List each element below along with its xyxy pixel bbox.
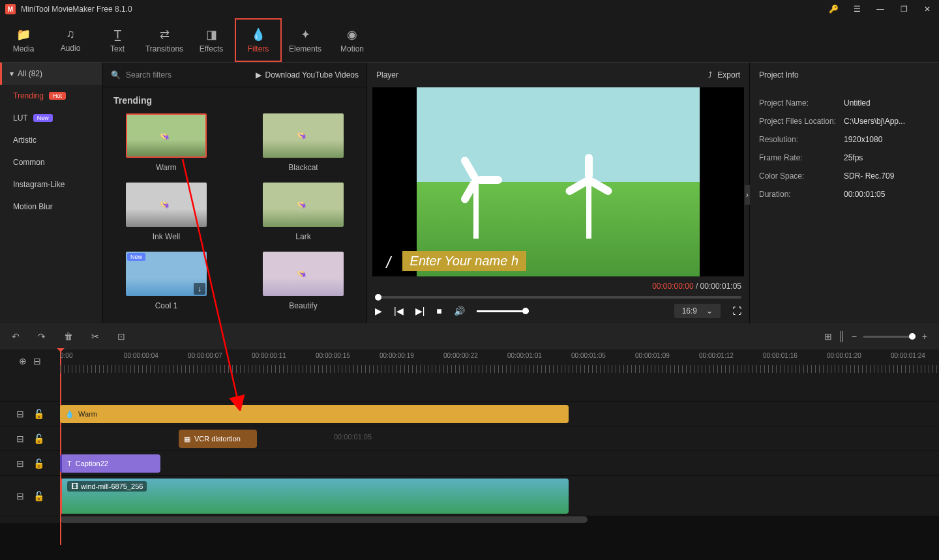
chevron-down-icon: ⌄ <box>706 306 713 316</box>
hot-badge: Hot <box>49 92 66 100</box>
info-value: Untitled <box>844 98 871 108</box>
sidebar-all[interactable]: ▾All (82) <box>0 63 102 85</box>
minimize-button[interactable]: — <box>874 3 887 16</box>
sidebar-item-artistic[interactable]: Artistic <box>0 129 102 151</box>
info-value: 1920x1080 <box>844 135 882 144</box>
titlebar: M MiniTool MovieMaker Free 8.1.0 🔑 ☰ — ❐… <box>0 0 939 18</box>
video-icon: 🎞 <box>71 482 78 490</box>
ruler-tick: 00:00:01:01 <box>507 352 542 359</box>
track-menu-button[interactable]: ⊟ <box>33 356 41 366</box>
tool-elements[interactable]: ✦Elements <box>282 18 329 62</box>
volume-icon[interactable]: 🔊 <box>454 306 465 316</box>
prev-frame-button[interactable]: |◀ <box>394 306 404 316</box>
filter-card-warm[interactable]: 👒Warm <box>113 113 219 172</box>
sidebar-item-instagram[interactable]: Instagram-Like <box>0 173 102 196</box>
app-title: MiniTool MovieMaker Free 8.1.0 <box>21 5 132 14</box>
tool-filters[interactable]: 💧Filters <box>235 18 282 62</box>
cut-button[interactable]: ✂ <box>91 331 99 342</box>
section-title: Trending <box>113 95 356 106</box>
collapse-button[interactable]: › <box>745 185 750 205</box>
search-icon: 🔍 <box>111 70 121 80</box>
info-value: 25fps <box>844 153 863 162</box>
add-track-button[interactable]: ⊕ <box>19 356 27 366</box>
aspect-ratio-select[interactable]: 16:9⌄ <box>674 304 721 318</box>
new-badge: New <box>127 253 145 261</box>
zoom-out-button[interactable]: − <box>852 331 857 342</box>
lock-icon[interactable]: 🔓 <box>33 409 44 419</box>
lock-icon[interactable]: 🔓 <box>33 458 44 469</box>
undo-button[interactable]: ↶ <box>12 331 20 342</box>
track-toggle-icon[interactable]: ⊟ <box>16 491 24 501</box>
tool-audio[interactable]: ♫Audio <box>47 18 94 62</box>
download-youtube-link[interactable]: ▶Download YouTube Videos <box>256 70 359 80</box>
crop-button[interactable]: ⊡ <box>117 331 125 342</box>
volume-slider[interactable] <box>477 310 529 312</box>
ruler-tick: 00:00:00:11 <box>252 352 286 359</box>
transition-icon: ⇄ <box>160 27 170 42</box>
play-button[interactable]: ▶ <box>375 306 382 316</box>
sidebar-item-lut[interactable]: LUTNew <box>0 107 102 129</box>
horizontal-scrollbar[interactable] <box>60 516 939 523</box>
fullscreen-button[interactable]: ⛶ <box>732 306 741 316</box>
tool-effects[interactable]: ◨Effects <box>188 18 235 62</box>
close-button[interactable]: ✕ <box>921 3 934 16</box>
top-toolbar: 📁Media ♫Audio T̲Text ⇄Transitions ◨Effec… <box>0 18 939 63</box>
player-time: 00:00:00:00 / 00:00:01:05 <box>375 282 741 291</box>
motion-icon: ◉ <box>347 27 357 42</box>
clip-filter[interactable]: 💧Warm <box>60 405 569 423</box>
text-icon: T̲ <box>114 27 121 42</box>
filter-card-inkwell[interactable]: 👒Ink Well <box>113 183 219 241</box>
filter-thumb: 👒 <box>263 183 344 227</box>
tool-media[interactable]: 📁Media <box>0 18 47 62</box>
filter-thumb: 👒 <box>263 252 344 296</box>
ruler-tick: 00:00:01:20 <box>827 352 861 359</box>
zoom-in-button[interactable]: + <box>922 331 927 342</box>
ruler-tick: 0:00 <box>60 352 72 359</box>
ruler-tick: 00:00:01:12 <box>699 352 734 359</box>
info-value: SDR- Rec.709 <box>844 171 894 181</box>
text-overlay: Enter Your name h <box>402 251 526 271</box>
next-frame-button[interactable]: ▶| <box>415 306 425 316</box>
track-toggle-icon[interactable]: ⊟ <box>16 458 24 469</box>
lock-icon[interactable]: 🔓 <box>33 491 44 501</box>
stop-button[interactable]: ■ <box>436 306 441 316</box>
sidebar-item-common[interactable]: Common <box>0 151 102 173</box>
maximize-button[interactable]: ❐ <box>897 3 910 16</box>
zoom-slider[interactable] <box>863 336 916 338</box>
key-icon[interactable]: 🔑 <box>827 3 840 16</box>
info-value: C:\Users\bj\App... <box>844 117 905 126</box>
music-icon: ♫ <box>66 27 75 41</box>
filter-card-beautify[interactable]: 👒Beautify <box>250 252 356 310</box>
ruler-tick: 00:00:01:09 <box>635 352 670 359</box>
timeline-ruler[interactable]: 0:0000:00:00:0400:00:00:0700:00:00:1100:… <box>60 349 939 373</box>
search-input[interactable]: 🔍Search filters <box>111 70 171 80</box>
player-video[interactable]: Enter Your name h <box>372 87 744 276</box>
filter-card-blackcat[interactable]: 👒Blackcat <box>250 113 356 172</box>
clip-effect[interactable]: ▦VCR distortion <box>179 430 257 448</box>
clip-video[interactable]: 🎞wind-mill-6875_256 <box>60 479 569 514</box>
lock-icon[interactable]: 🔓 <box>33 434 44 444</box>
player-slider[interactable] <box>375 296 741 299</box>
clip-caption[interactable]: TCaption22 <box>60 454 160 473</box>
tool-transitions[interactable]: ⇄Transitions <box>141 18 188 62</box>
sidebar-item-trending[interactable]: TrendingHot <box>0 85 102 107</box>
sidebar-item-motionblur[interactable]: Motion Blur <box>0 196 102 218</box>
delete-button[interactable]: 🗑 <box>64 331 73 342</box>
menu-icon[interactable]: ☰ <box>850 3 863 16</box>
track-toggle-icon[interactable]: ⊟ <box>16 434 24 444</box>
filter-card-lark[interactable]: 👒Lark <box>250 183 356 241</box>
effect-icon: ▦ <box>184 435 190 443</box>
tool-motion[interactable]: ◉Motion <box>329 18 376 62</box>
filter-card-cool1[interactable]: New↓Cool 1 <box>113 252 219 310</box>
export-button[interactable]: ⤴Export <box>708 70 740 80</box>
ruler-tick: 00:00:00:04 <box>124 352 158 359</box>
redo-button[interactable]: ↷ <box>38 331 46 342</box>
snap-button[interactable]: ║ <box>839 331 845 342</box>
tool-text[interactable]: T̲Text <box>94 18 141 62</box>
fit-button[interactable]: ⊞ <box>824 331 832 342</box>
info-label: Frame Rate: <box>759 153 844 162</box>
filter-icon: 💧 <box>251 27 265 42</box>
ruler-tick: 00:00:00:19 <box>380 352 414 359</box>
ruler-tick: 00:00:00:15 <box>316 352 350 359</box>
track-toggle-icon[interactable]: ⊟ <box>16 409 24 419</box>
